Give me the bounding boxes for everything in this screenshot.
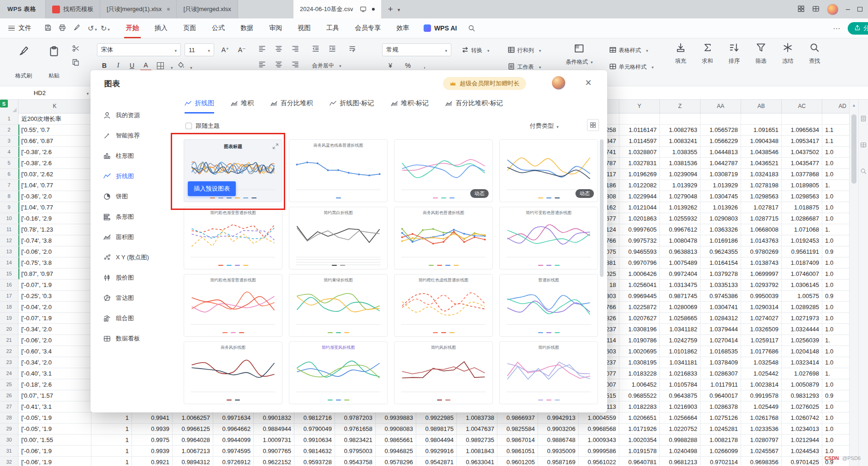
chart-card[interactable]: 简约可变彩色普通折线图 [499, 207, 598, 269]
cell[interactable]: 1.0256041 [619, 280, 660, 291]
cell[interactable]: 0.9624355 [700, 246, 741, 257]
cell[interactable]: 1.027817 [741, 202, 782, 213]
cell[interactable]: 1.0442787 [700, 158, 741, 169]
maximize-button[interactable] [857, 7, 862, 12]
cell[interactable]: 0.9638813 [660, 246, 700, 257]
cell[interactable]: 1.0067213 [173, 446, 213, 457]
menu-tab[interactable]: 效率 [389, 18, 417, 38]
side-panel-icon[interactable] [860, 115, 867, 123]
cell[interactable]: 1.0258665 [660, 313, 700, 324]
cell[interactable]: 1.0379444 [700, 324, 741, 335]
chart-type-item[interactable]: 面积图 [90, 227, 174, 247]
follow-theme-option[interactable]: 跟随主题 [186, 122, 220, 130]
cell[interactable]: 1.0050879 [782, 379, 822, 390]
cell[interactable]: ['0.87', '0.97 [18, 269, 91, 280]
cell[interactable]: 1.0260742 [782, 412, 822, 424]
cell[interactable]: 0.9831293 [782, 390, 822, 401]
cell[interactable]: ['-0.16', '2.9 [18, 213, 91, 224]
cell[interactable]: 0.9561191 [782, 246, 822, 257]
row-header[interactable]: 17 [0, 291, 18, 302]
cell[interactable]: 0.9974595 [213, 446, 254, 457]
cell[interactable]: 1.0379278 [700, 269, 741, 280]
percent-button[interactable]: % [402, 60, 413, 71]
cell[interactable]: 1.0240498 [660, 446, 700, 457]
menu-tab[interactable]: 视图 [290, 18, 318, 38]
cell[interactable]: 0.9935009 [538, 446, 579, 457]
cell[interactable]: 1.0047637 [457, 424, 497, 435]
decrease-indent-icon[interactable] [312, 45, 319, 52]
cell[interactable]: 1.0122082 [619, 180, 660, 191]
row-header[interactable]: 21 [0, 335, 18, 346]
cell[interactable]: 1.032548 [741, 357, 782, 368]
cell[interactable]: 0.9972404 [660, 269, 700, 280]
cell[interactable]: 1.0009343 [579, 435, 619, 446]
cell[interactable]: 1.0298563 [782, 191, 822, 202]
name-box[interactable]: HD2 [0, 90, 79, 96]
chart-card[interactable]: 简约折线图 [499, 341, 598, 404]
column-header[interactable]: K [18, 100, 91, 114]
menu-tab[interactable]: 会员专享 [347, 18, 389, 38]
chart-card[interactable]: 简约风折线图 [394, 341, 493, 404]
row-header[interactable]: 8 [0, 191, 18, 202]
cell[interactable]: 1.0020695 [619, 346, 660, 357]
menu-tab[interactable]: 工具 [318, 18, 347, 38]
cell[interactable]: ['0.03', '2.62 [18, 169, 91, 180]
row-header[interactable]: 10 [0, 213, 18, 224]
chart-subtype-tab[interactable]: 折线图 [185, 98, 214, 114]
font-size-select[interactable]: 11 [185, 43, 214, 56]
scroll-up-arrow[interactable]: ▲ [850, 103, 858, 108]
toolbar-funnel-button[interactable]: 筛选 [750, 42, 772, 65]
cell[interactable]: 1.0207627 [619, 313, 660, 324]
cell[interactable]: 0.9903206 [538, 424, 579, 435]
cell[interactable]: 1.0082763 [660, 125, 700, 136]
cell[interactable]: 1.0438546 [741, 147, 782, 158]
file-tab[interactable]: S[只读]merged.xlsx [177, 0, 238, 18]
cell[interactable]: 1.0436521 [741, 158, 782, 169]
cell[interactable]: 0.9922985 [416, 412, 457, 424]
cell[interactable]: ['-0.60', '3.4 [18, 346, 91, 357]
cell[interactable]: 1.0565728 [700, 125, 741, 136]
chart-card[interactable]: 商务风彩色普通折线图 [394, 207, 493, 269]
cell[interactable] [782, 114, 822, 125]
cell[interactable]: 1.0192453 [782, 235, 822, 246]
toolbar-sortaz-button[interactable]: 排序 [724, 42, 745, 65]
cell[interactable]: 1.0009731 [254, 435, 294, 446]
cell[interactable]: 1.0081843 [457, 446, 497, 457]
cell[interactable]: ['0.78', '1.23 [18, 224, 91, 235]
cell[interactable]: 1 [91, 435, 132, 446]
cell[interactable]: 1.0377868 [782, 169, 822, 180]
cell[interactable]: 0.9865661 [376, 435, 416, 446]
cell[interactable]: 1.0105784 [660, 379, 700, 390]
vertical-scrollbar[interactable]: ▲ [849, 100, 858, 466]
promo-banner[interactable]: 超级会员限时加赠时长 [443, 77, 526, 90]
cell[interactable]: 1.0075489 [660, 257, 700, 269]
cell[interactable]: 0.9964028 [173, 435, 213, 446]
chart-type-item[interactable]: 组合图 [90, 308, 174, 329]
cell[interactable]: 0.9790049 [294, 424, 335, 435]
apps-icon[interactable] [812, 5, 820, 14]
cell[interactable] [660, 114, 700, 125]
share-button[interactable]: 分享 [848, 22, 868, 35]
cell[interactable]: ['0.00', '1.55 [18, 435, 91, 446]
cell[interactable]: 0.9908083 [376, 424, 416, 435]
cell[interactable]: 1.0275126 [700, 412, 741, 424]
cell[interactable]: ['-0.06', '2.0 [18, 246, 91, 257]
cell[interactable]: 0.9944099 [213, 435, 254, 446]
cell[interactable]: 1.0139262 [660, 202, 700, 213]
cell[interactable]: ['1.04', '0.77 [18, 202, 91, 213]
cell[interactable]: 1.0668008 [741, 224, 782, 235]
menu-tab[interactable]: 页面 [175, 18, 204, 38]
cell[interactable]: ['1.04', '0.77 [18, 180, 91, 191]
cell[interactable]: 近200次增长率 [18, 114, 91, 125]
cell[interactable]: ['-0.06', '1.9 [18, 446, 91, 457]
cell[interactable]: 0.9726912 [213, 457, 254, 466]
chart-card[interactable]: 商务风折线图 [184, 341, 282, 404]
row-header[interactable]: 3 [0, 136, 18, 147]
cell[interactable]: 1.0286307 [700, 368, 741, 379]
cell[interactable]: 1.0286687 [782, 213, 822, 224]
cell[interactable]: 1.0341181 [660, 357, 700, 368]
format-brush-icon[interactable] [73, 24, 80, 33]
cell[interactable]: 1.0216833 [660, 368, 700, 379]
chart-card[interactable]: 简约彩色渐变普通折线图 [184, 207, 282, 269]
cell[interactable]: 1.0363326 [700, 224, 741, 235]
